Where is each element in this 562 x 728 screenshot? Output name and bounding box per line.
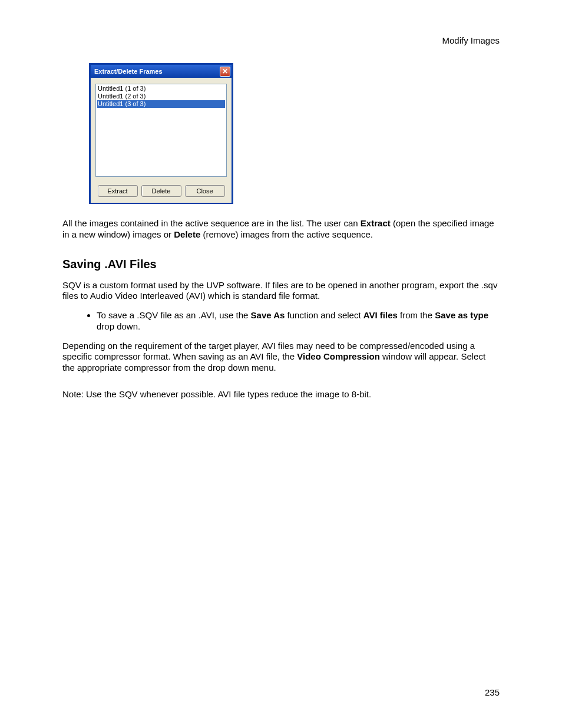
text-bold: Delete: [174, 229, 200, 239]
extract-delete-dialog: Extract/Delete Frames ✕ Untitled1 (1 of …: [89, 63, 233, 204]
delete-button[interactable]: Delete: [141, 185, 181, 197]
paragraph-extract-delete: All the images contained in the active s…: [62, 218, 500, 241]
dialog-title: Extract/Delete Frames: [94, 68, 163, 75]
text: drop down.: [97, 321, 140, 331]
close-button[interactable]: Close: [185, 185, 225, 197]
text-bold: Video Compression: [297, 351, 380, 361]
text: All the images contained in the active s…: [62, 218, 361, 228]
frames-listbox[interactable]: Untitled1 (1 of 3) Untitled1 (2 of 3) Un…: [95, 84, 227, 177]
list-item[interactable]: Untitled1 (2 of 3): [97, 93, 225, 100]
text-bold: Save as type: [435, 310, 488, 320]
dialog-titlebar: Extract/Delete Frames ✕: [91, 65, 232, 78]
paragraph-sqv-intro: SQV is a custom format used by the UVP s…: [62, 280, 500, 302]
list-item[interactable]: Untitled1 (1 of 3): [97, 85, 225, 93]
dialog-body: Untitled1 (1 of 3) Untitled1 (2 of 3) Un…: [91, 78, 232, 204]
page-header: Modify Images: [62, 35, 500, 45]
paragraph-compression: Depending on the requirement of the targ…: [62, 341, 500, 374]
section-heading: Saving .AVI Files: [62, 257, 500, 272]
close-icon[interactable]: ✕: [220, 67, 230, 77]
text: (remove) images from the active sequence…: [200, 229, 373, 239]
text: To save a .SQV file as an .AVI, use the: [97, 310, 251, 320]
page-number: 235: [485, 687, 500, 697]
text: from the: [398, 310, 435, 320]
text-bold: Save As: [251, 310, 285, 320]
paragraph-note: Note: Use the SQV whenever possible. AVI…: [62, 389, 500, 400]
text-bold: Extract: [361, 218, 391, 228]
bullet-save-as: To save a .SQV file as an .AVI, use the …: [97, 310, 500, 332]
text: function and select: [285, 310, 363, 320]
dialog-button-row: Extract Delete Close: [95, 185, 227, 197]
extract-button[interactable]: Extract: [98, 185, 138, 197]
list-item[interactable]: Untitled1 (3 of 3): [97, 100, 225, 108]
text-bold: AVI files: [363, 310, 398, 320]
